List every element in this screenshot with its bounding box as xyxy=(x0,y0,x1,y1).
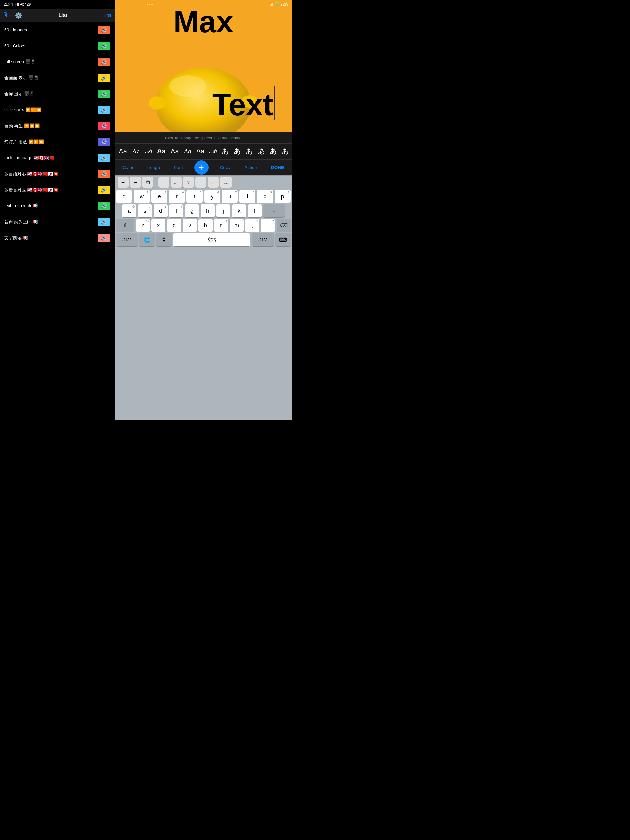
key-h[interactable]: "h xyxy=(201,204,215,217)
font-sample-jp4[interactable]: あ xyxy=(256,146,266,156)
key-l[interactable]: l xyxy=(248,204,262,217)
add-button[interactable]: + xyxy=(195,161,209,175)
font-selector-bar[interactable]: Aa Aa 𝒜a Aa Aa Aa Aa 𝒜a あ あ あ あ あ あ xyxy=(115,143,291,159)
sound-badge[interactable]: 🔊 xyxy=(98,74,111,82)
key-o[interactable]: 9o xyxy=(257,190,273,203)
font-sample-jp5[interactable]: あ xyxy=(269,146,278,156)
list-item[interactable]: 幻灯片 播放 ▶️⏸️⏹️ 🔊 xyxy=(0,134,115,150)
edit-button[interactable]: Edit xyxy=(103,13,111,18)
action-button[interactable]: Action xyxy=(242,164,260,171)
acc-backtick[interactable]: 、 xyxy=(207,177,219,188)
list-item[interactable]: full screen 🖥️📱 🔊 xyxy=(0,54,115,70)
key-s[interactable]: #s xyxy=(138,204,152,217)
key-mic[interactable]: 🎙 xyxy=(156,234,172,246)
list-item[interactable]: 50+ Images 🔊 xyxy=(0,22,115,38)
sound-badge[interactable]: 🔊 xyxy=(98,90,111,98)
list-item[interactable]: 文字朗读 📢 🔊 xyxy=(0,230,115,246)
key-return[interactable]: ↵ xyxy=(263,204,285,217)
sound-badge[interactable]: 🔊 xyxy=(98,186,111,194)
undo-button[interactable]: ↩ xyxy=(117,177,128,188)
list-item[interactable]: 全屏 显示 🖥️📱 🔊 xyxy=(0,86,115,102)
list-item[interactable]: 全画面 表示 🖥️📱 🔊 xyxy=(0,70,115,86)
click-hint-bar[interactable]: Click to change the speech text and sett… xyxy=(115,132,291,143)
preview-area[interactable]: Max Text xyxy=(115,0,291,132)
font-sample-italic-light[interactable]: Aa xyxy=(183,147,193,156)
key-f[interactable]: /f xyxy=(169,204,184,217)
key-number-symbols[interactable]: .?123 xyxy=(116,234,138,246)
sound-badge[interactable]: 🔊 xyxy=(98,234,111,242)
font-sample-jp3[interactable]: あ xyxy=(245,146,254,156)
font-sample-jp2[interactable]: あ xyxy=(233,146,242,156)
key-u[interactable]: 7u xyxy=(222,190,238,203)
font-sample-script[interactable]: 𝒜a xyxy=(144,148,154,155)
acc-exclaim[interactable]: ! xyxy=(195,177,206,188)
list-item[interactable]: 多语言对应 🇺🇸🇨🇦🇬🇧🇨🇳🇯🇵🇭🇰 🔊 xyxy=(0,182,115,198)
settings-icon[interactable]: ⚙️ xyxy=(15,12,22,19)
font-sample-italic-script[interactable]: 𝒜a xyxy=(208,148,218,155)
copy-format-button[interactable]: ⧉ xyxy=(142,177,153,188)
sound-badge[interactable]: 🔊 xyxy=(98,170,111,178)
key-r[interactable]: 4r xyxy=(169,190,185,203)
image-button[interactable]: Image xyxy=(145,164,163,171)
sound-badge[interactable]: 🔊 xyxy=(98,202,111,210)
list-item[interactable]: 多言語対応 🇺🇸🇨🇦🇬🇧🇨🇳🇯🇵🇭🇰 🔊 xyxy=(0,166,115,182)
font-sample-bold[interactable]: Aa xyxy=(156,147,167,156)
key-w[interactable]: 2w xyxy=(133,190,149,203)
key-y[interactable]: 6y xyxy=(204,190,220,203)
key-delete[interactable]: ⌫ xyxy=(277,219,291,232)
sound-badge[interactable]: 🔊 xyxy=(98,42,111,51)
key-n[interactable]: !n xyxy=(214,219,228,232)
key-m[interactable]: ?m xyxy=(230,219,244,232)
key-period-bottom[interactable]: ?. xyxy=(261,219,275,232)
font-sample-light[interactable]: Aa xyxy=(169,147,180,156)
font-sample-regular[interactable]: Aa xyxy=(195,147,206,156)
done-button[interactable]: DONE xyxy=(269,164,287,171)
sound-badge[interactable]: 🔊 xyxy=(98,122,111,130)
font-sample-sans[interactable]: Aa xyxy=(117,147,128,156)
key-p[interactable]: 0p xyxy=(275,190,291,203)
key-number-symbols-right[interactable]: .?123 xyxy=(252,234,274,246)
color-button[interactable]: Color xyxy=(120,164,136,171)
sound-badge[interactable]: 🔊 xyxy=(98,106,111,114)
key-space[interactable]: 空格 xyxy=(173,234,250,246)
font-button[interactable]: Font xyxy=(171,164,185,171)
key-globe[interactable]: 🌐 xyxy=(139,234,154,246)
list-item[interactable]: 50+ Colors 🔊 xyxy=(0,38,115,54)
key-t[interactable]: 5t xyxy=(187,190,203,203)
sound-badge[interactable]: 🔊 xyxy=(98,26,111,35)
copy-button[interactable]: Copy xyxy=(217,164,233,171)
sound-badge[interactable]: 🔊 xyxy=(98,58,111,66)
font-sample-serif[interactable]: Aa xyxy=(131,147,141,156)
key-b[interactable]: b xyxy=(198,219,212,232)
key-q[interactable]: 1q xyxy=(116,190,132,203)
key-k[interactable]: k xyxy=(232,204,246,217)
list-item[interactable]: slide show ▶️⏸️⏹️ 🔊 xyxy=(0,102,115,118)
acc-comma[interactable]: , xyxy=(158,177,169,188)
sound-badge[interactable]: 🔊 xyxy=(98,218,111,226)
redo-button[interactable]: ↪ xyxy=(130,177,141,188)
list-item[interactable]: 音声 読み上げ 📢 🔊 xyxy=(0,214,115,230)
key-z[interactable]: %z xyxy=(136,219,150,232)
list-item[interactable]: multi language 🇺🇸🇨🇦🇬🇧🇨🇳... 🔊 xyxy=(0,150,115,166)
key-e[interactable]: 3e xyxy=(151,190,167,203)
sound-badge[interactable]: 🔊 xyxy=(98,154,111,163)
font-sample-jp1[interactable]: あ xyxy=(220,146,230,156)
key-comma-bottom[interactable]: !, xyxy=(245,219,259,232)
key-i[interactable]: 8i xyxy=(239,190,255,203)
sound-badge[interactable]: 🔊 xyxy=(98,138,111,146)
acc-question[interactable]: ? xyxy=(183,177,194,188)
key-a[interactable]: @a xyxy=(122,204,136,217)
key-d[interactable]: ¥d xyxy=(154,204,168,217)
font-sample-jp6[interactable]: あ xyxy=(280,146,290,156)
list-item[interactable]: 自動 再生 ▶️⏸️⏹️ 🔊 xyxy=(0,118,115,134)
key-g[interactable]: 'g xyxy=(185,204,199,217)
acc-dots[interactable]: ...... xyxy=(220,177,232,188)
key-shift-left[interactable]: ⇧ xyxy=(116,219,135,232)
key-x[interactable]: -x xyxy=(151,219,166,232)
key-c[interactable]: ~c xyxy=(167,219,181,232)
acc-period[interactable]: 。 xyxy=(171,177,182,188)
sidebar-toggle-icon[interactable] xyxy=(4,12,11,19)
key-keyboard-icon[interactable]: ⌨ xyxy=(275,234,291,246)
key-v[interactable]: v xyxy=(183,219,197,232)
key-j[interactable]: j xyxy=(216,204,230,217)
